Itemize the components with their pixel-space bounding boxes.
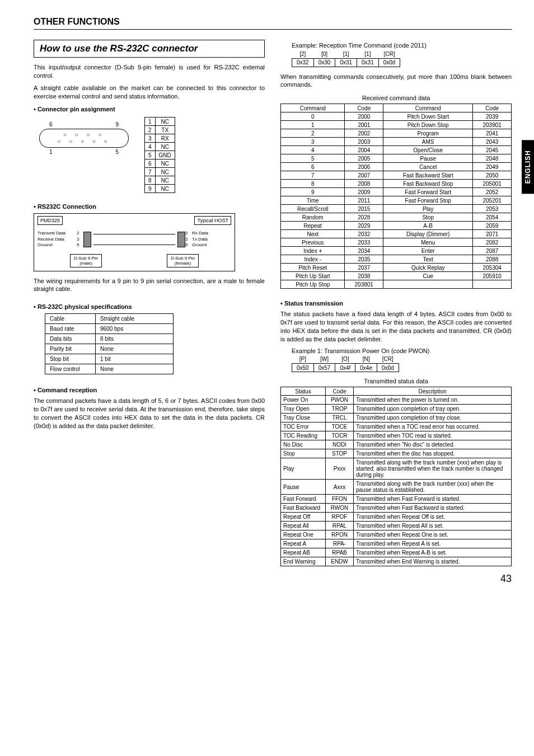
status-p: The status packets have a fixed data len… [280, 310, 512, 343]
language-tab: ENGLISH [522, 140, 534, 194]
section-heading: OTHER FUNCTIONS [34, 17, 512, 30]
pin-label: 9 [115, 121, 119, 128]
transmitted-status-table: StatusCodeDescriptionPower OnPWONTransmi… [280, 387, 512, 566]
intro-p1: This input/output connector (D-Sub 9-pin… [34, 63, 265, 80]
dsub-left: D-Sub 9 Pin (male) [70, 254, 102, 267]
diag-right-box: Typical HOST [194, 216, 231, 225]
received-command-table: CommandCodeCommandCode02000Pitch Down St… [280, 104, 512, 289]
tx-caption: Transmitted status data [280, 378, 512, 384]
ex1-table: [2][0][1][1][CR]0x320x300x310x310x0d [292, 50, 400, 67]
diag-left-box: PMD325 [38, 216, 63, 225]
ex2-table: [P][W][O][N][CR]0x500x570x4f0x4e0x0d [292, 355, 399, 373]
spec-table: CableStraight cableBaud rate9600 bpsData… [45, 313, 174, 374]
pin-label: 5 [115, 149, 119, 155]
bullet-spec: RS-232C physical specifications [34, 303, 265, 310]
right-column: Example: Reception Time Command (code 20… [280, 40, 512, 566]
left-column: How to use the RS-232C connector This in… [34, 40, 265, 566]
pin-label: 6 [49, 121, 53, 128]
page-number: 43 [34, 573, 512, 585]
rs232-diagram: PMD325 Typical HOST Transmit DataReceive… [34, 213, 235, 271]
rx-caption: Received command data [280, 95, 512, 101]
ex2-caption: Example 1: Transmission Power On (code P… [292, 348, 512, 354]
ex1-caption: Example: Reception Time Command (code 20… [292, 42, 512, 49]
pin-label: 1 [49, 149, 53, 155]
bullet-pin: Connector pin assignment [34, 106, 265, 112]
bullet-cmdrx: Command reception [34, 387, 265, 393]
howto-title: How to use the RS-232C connector [34, 40, 265, 58]
pin-table: 1NC2TX3RX4NC5GND6NC7NC8NC9NC [144, 117, 175, 193]
bullet-connection: RS232C Connection [34, 203, 265, 210]
diag-left-signals: Transmit DataReceive DataGround [38, 231, 77, 248]
dsub-right: D-Sub 9 Pin (female) [167, 254, 199, 267]
pin-diagram: 69 ○ ○ ○ ○○ ○ ○ ○ ○ 15 [39, 117, 129, 155]
intro-p2: A straight cable available on the market… [34, 84, 265, 101]
cmdrx-p: The command packets have a data length o… [34, 397, 265, 430]
wiring-p: The wiring requirements for a 9 pin to 9… [34, 277, 265, 294]
consecutive-p: When transmitting commands consecutively… [280, 73, 512, 90]
diag-right-signals: Rx DataTx DataGround [192, 231, 231, 248]
bullet-status: Status transmission [280, 300, 512, 307]
